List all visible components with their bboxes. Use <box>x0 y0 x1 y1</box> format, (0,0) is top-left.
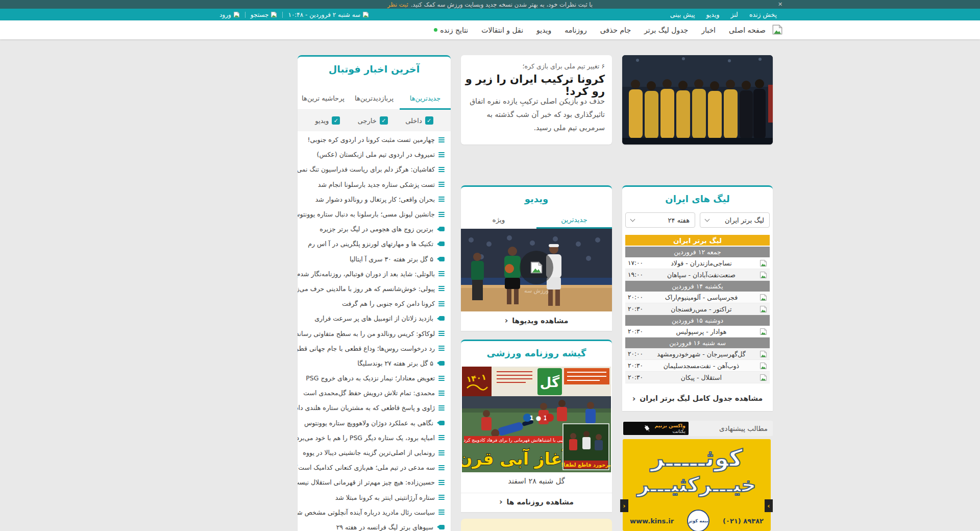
news-list-item[interactable]: لوکاکو: کریس رونالدو من را به سطح متفاوت… <box>298 326 451 341</box>
news-list-item[interactable]: جانشین لیونل مسی؛ بارسلونا به دنبال ستار… <box>298 207 451 222</box>
newspaper-kiosk-panel: گیشه روزنامه ورزشی ۱۴۰۱ گل <box>461 340 612 512</box>
news-list-item[interactable]: رد درخواست روس‌ها؛ وداع قطعی با جام جهان… <box>298 341 451 356</box>
newspaper-cover[interactable]: ۱۴۰۱ گل 1 ● 1 <box>462 367 611 472</box>
news-tab-1[interactable]: پربازدیدترین‌ها <box>349 87 400 109</box>
fixture-row[interactable]: ذوب‌آهن - نفت‌مسجدسلیمان۲۰:۳۰ <box>625 360 770 372</box>
news-list-item[interactable]: سیوهای برتر لیگ فرانسه در هفته ۲۹ <box>298 520 451 531</box>
carousel-prev-button[interactable]: ‹ <box>620 499 628 512</box>
news-filter-1[interactable]: ✓خارجی <box>358 116 388 125</box>
view-newspapers-label: مشاهده روزنامه ها <box>507 498 574 506</box>
news-list-item[interactable]: ستاره آرژانتینی اینتر به کرونا مبتلا شد <box>298 490 451 505</box>
nav-item-3[interactable]: جام حذفی <box>600 26 631 34</box>
video-news-icon <box>439 242 445 246</box>
news-list-item[interactable]: بازدید زلاتان از اتومبیل های پر سرعت فرا… <box>298 311 451 326</box>
featured-photo[interactable] <box>622 55 773 144</box>
news-list-item[interactable]: تست پزشکی ستاره جدید بارسلونا انجام شد <box>298 177 451 192</box>
nav-item-2[interactable]: جدول لیگ برتر <box>644 26 688 34</box>
fixture-row[interactable]: تراکتور - مس‌رفسنجان۲۰:۳۰ <box>625 303 770 315</box>
news-list-item[interactable]: تعویض معنادار؛ نیمار نزدیک به درهای خروج… <box>298 371 451 385</box>
match-teams: هوادار - پرسپولیس <box>643 328 760 335</box>
news-list-item[interactable]: ۵ گل برتر هفته ۲۷ بوندسلیگا <box>298 356 451 371</box>
match-teams: نساجی‌مازندران - فولاد <box>643 259 760 267</box>
nav-item-5[interactable]: ویدیو <box>536 26 551 34</box>
news-list-item[interactable]: چهارمین تست مثبت کرونا در اردوی کره جنوب… <box>298 132 451 147</box>
utility-menu-item-1[interactable]: لنز <box>730 11 738 18</box>
news-list-item[interactable]: ژاوی و پاسخ قاطعی که به مشتریان ستاره هل… <box>298 400 451 415</box>
carousel-next-button[interactable]: › <box>765 499 773 512</box>
text-news-icon <box>438 376 445 381</box>
fixture-row[interactable]: گل‌گهرسیرجان - شهرخودرومشهد۲۰:۰۰ <box>625 348 770 360</box>
view-newspapers-link[interactable]: مشاهده روزنامه ها ‹ <box>461 491 612 512</box>
news-filter-label: داخلی <box>405 117 422 125</box>
utility-menu-item-0[interactable]: پخش زنده <box>749 11 777 18</box>
news-list-item[interactable]: سه مدعی در تیم ملی؛ هم‌بازی کنعانی کدامی… <box>298 460 451 475</box>
fixture-row[interactable]: فجرسپاسی - آلومینیوم‌اراک۲۰:۰۰ <box>625 292 770 303</box>
text-news-icon <box>438 152 445 157</box>
news-list-item[interactable]: کرونا دامن کره جنوبی را هم گرفت <box>298 296 451 311</box>
news-list-item[interactable]: سیاست رئال مادرید درباره آینده آنچلوتی م… <box>298 505 451 520</box>
nav-item-0[interactable]: صفحه اصلی <box>729 26 766 34</box>
utility-menu-item-2[interactable]: ویدیو <box>706 11 719 18</box>
nav-item-6[interactable]: نقل و انتقالات <box>481 26 523 34</box>
news-tab-2[interactable]: پرحاشیه ترین‌ها <box>298 87 349 109</box>
week-select[interactable]: هفته ۲۴ <box>625 212 695 228</box>
news-list-item[interactable]: تکنیک ها و مهارتهای لورنزو پلگرینی در آ … <box>298 236 451 251</box>
view-league-table-link[interactable]: مشاهده جدول کامل لیگ برتر ایران ‹ <box>622 385 773 411</box>
site-logo[interactable] <box>772 24 783 37</box>
news-list-item[interactable]: ۵ گل برتر هفته ۳۰ سری آ ایتالیا <box>298 252 451 267</box>
news-filter-2[interactable]: ✓ویدیو <box>315 116 340 125</box>
chevron-left-icon: ‹ <box>632 394 636 403</box>
video-thumbnail[interactable]: ورزش سه <box>461 229 612 311</box>
featured-title[interactable]: کرونا ترکیب ایران را زیر و رو کرد! <box>461 73 605 98</box>
news-list-item[interactable]: پیولی: خوش‌شانسم که هر روز با مالدینی حر… <box>298 281 451 296</box>
nav-item-4[interactable]: روزنامه <box>565 26 586 34</box>
text-news-icon <box>438 465 445 470</box>
utility-menu-item-3[interactable]: پیش بینی <box>670 11 695 18</box>
match-teams: گل‌گهرسیرجان - شهرخودرومشهد <box>643 350 760 358</box>
news-list-item[interactable]: کفاشیان: هرگز دلم برای ریاست فدراسیون تن… <box>298 162 451 177</box>
news-list-item[interactable]: حسین‌زاده: هیچ چیز مهم‌تر از قهرمانی است… <box>298 475 451 490</box>
news-filter-0[interactable]: ✓داخلی <box>405 116 433 125</box>
news-list-item[interactable]: محمدی: تمام تلاش درویش حفظ گل‌محمدی است <box>298 385 451 400</box>
news-list-item[interactable]: تمیروف در اردوی تیم ملی ازبکستان (عکس) <box>298 147 451 162</box>
text-news-icon <box>438 212 445 217</box>
fixture-row[interactable]: هوادار - پرسپولیس۲۰:۳۰ <box>625 326 770 337</box>
fixture-row[interactable]: استقلال - پیکان۲۰:۳۰ <box>625 372 770 383</box>
view-videos-link[interactable]: مشاهده ویدیوها ‹ <box>461 310 612 331</box>
nav-item-1[interactable]: اخبار <box>701 26 716 34</box>
match-teams: فجرسپاسی - آلومینیوم‌اراک <box>643 294 760 301</box>
news-filter-label: خارجی <box>358 117 377 125</box>
league-select[interactable]: لیگ برتر ایران <box>700 212 770 228</box>
checkbox-checked-icon[interactable]: ✓ <box>380 116 388 125</box>
broken-image-icon <box>760 350 767 358</box>
news-list-item[interactable]: امباپه برود، یک ستاره دیگر PSG را هم با … <box>298 430 451 445</box>
live-dot <box>434 28 437 32</box>
nav-item-7[interactable]: نتایج زنده <box>434 26 468 34</box>
news-list-item[interactable]: بالوتلی: شاید بعد از دوران فوتبالم، روزن… <box>298 267 451 281</box>
news-list-item[interactable]: بحران واقعی؛ کار پرتغال و رونالدو دشوار … <box>298 192 451 207</box>
submit-feedback-link[interactable]: ثبت نظر <box>387 1 408 8</box>
fixture-row[interactable]: صنعت‌نفت‌آبادان - سپاهان۱۹:۰۰ <box>625 269 770 281</box>
match-time: ۲۰:۰۰ <box>628 294 643 301</box>
close-icon[interactable]: ✕ <box>778 0 782 9</box>
kowsar-ad[interactable]: کوثـــــر خیـــرکثیـــر www.kins.ir بیمه… <box>623 439 771 531</box>
video-tab-0[interactable]: جدیدترین <box>536 210 612 229</box>
suggested-mini-ad[interactable]: واکسن بزنیم یکتانت <box>623 422 689 435</box>
checkbox-checked-icon[interactable]: ✓ <box>425 116 433 125</box>
text-news-icon <box>438 182 445 187</box>
fixture-row[interactable]: نساجی‌مازندران - فولاد۱۷:۰۰ <box>625 257 770 269</box>
news-list-item[interactable]: نگاهی به عملکرد دوژان ولاهوویچ ستاره یوو… <box>298 416 451 430</box>
news-tab-0[interactable]: جدیدترین‌ها <box>400 87 451 109</box>
news-list-item[interactable]: برترین زوج های هجومی در لیگ برتر جزیره <box>298 222 451 236</box>
ad-bottom-row: www.kins.ir بیمه کوثر (۰۲۱) ۸۹۳۸۲ <box>623 510 771 531</box>
news-item-text: چهارمین تست مثبت کرونا در اردوی کره جنوب… <box>308 136 435 143</box>
league-header: لیگ برتر ایران <box>625 235 770 246</box>
video-tab-1[interactable]: ویژه <box>461 210 536 229</box>
news-tabs: جدیدترین‌هاپربازدیدترین‌هاپرحاشیه ترین‌ه… <box>298 87 451 110</box>
news-list-item[interactable]: رونمایی از اصلی‌ترین گزینه جانشینی دیبال… <box>298 445 451 460</box>
view-league-table-label: مشاهده جدول کامل لیگ برتر ایران <box>640 394 763 402</box>
search-button[interactable]: جستجو <box>251 11 278 18</box>
checkbox-checked-icon[interactable]: ✓ <box>332 116 340 125</box>
video-news-icon <box>439 316 445 321</box>
login-button[interactable]: ورود <box>219 11 240 18</box>
